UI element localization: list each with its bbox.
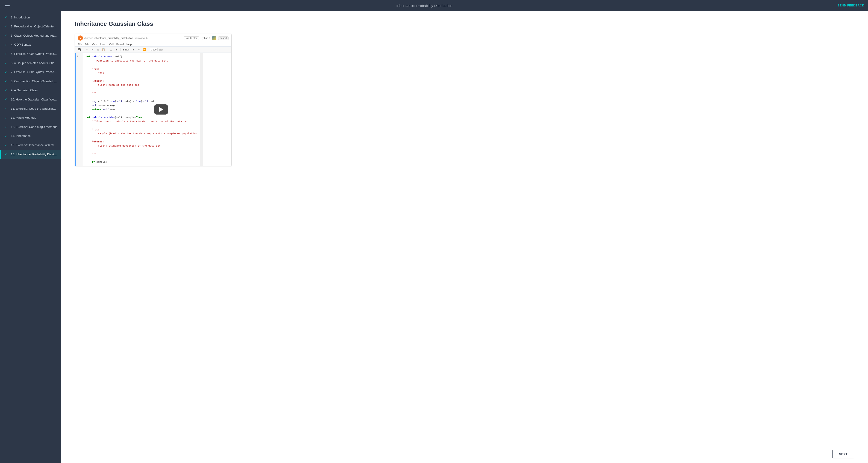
cell-type-dropdown[interactable]: Code	[150, 48, 158, 52]
toolbar-copy-icon[interactable]: ⧉	[96, 47, 100, 52]
jupyter-scrollbar[interactable]	[200, 53, 203, 166]
content-area: Inheritance Gaussian Class ● Jupyter inh…	[61, 11, 868, 445]
sidebar-item-label-15: 15. Exercise: Inheritance with Clothi...	[11, 143, 57, 147]
not-trusted-badge: Not Trusted	[184, 36, 199, 40]
sidebar-item-9[interactable]: ✓9. A Gaussian Class	[0, 86, 61, 95]
sidebar-item-13[interactable]: ✓13. Exercise: Code Magic Methods	[0, 122, 61, 132]
next-btn-container: NEXT	[61, 445, 868, 463]
jupyter-logout-button[interactable]: Logout	[218, 36, 228, 40]
python-logo-icon	[212, 36, 216, 40]
jupyter-topbar: ● Jupyter inheritance_probability_distri…	[75, 34, 231, 42]
check-icon-4: ✓	[4, 43, 8, 47]
toolbar-save-icon[interactable]: 💾	[77, 47, 82, 52]
menu-view[interactable]: View	[92, 43, 97, 45]
jupyter-label: Jupyter	[84, 37, 93, 39]
jupyter-logo-icon: ●	[78, 35, 83, 40]
sidebar-item-label-8: 8. Commenting Object-Oriented Co...	[11, 79, 57, 84]
sidebar-item-8[interactable]: ✓8. Commenting Object-Oriented Co...	[0, 77, 61, 86]
jupyter-notebook: ● Jupyter inheritance_probability_distri…	[75, 34, 231, 166]
python-version: Python 3	[201, 37, 210, 39]
sidebar-item-label-12: 12. Magic Methods	[11, 116, 57, 120]
jupyter-autosaved: (autosaved)	[135, 37, 148, 39]
check-icon-15: ✓	[4, 143, 8, 148]
toolbar-sep-2	[107, 48, 107, 52]
run-label: Run	[125, 49, 129, 51]
sidebar-item-4[interactable]: ✓4. OOP Syntax	[0, 40, 61, 50]
header-title: Inheritance: Probability Distribution	[396, 4, 452, 8]
cursor-indicator: ▶	[77, 55, 79, 57]
toolbar-restart-icon[interactable]: ↺	[137, 47, 141, 52]
page-title: Inheritance Gaussian Class	[75, 20, 854, 27]
check-icon-1: ✓	[4, 15, 8, 20]
check-icon-7: ✓	[4, 70, 8, 75]
sidebar: ✓1. Introduction✓2. Procedural vs. Objec…	[0, 11, 61, 463]
jupyter-brand: ● Jupyter inheritance_probability_distri…	[78, 35, 148, 40]
check-icon-5: ✓	[4, 52, 8, 56]
check-icon-9: ✓	[4, 88, 8, 93]
sidebar-item-label-2: 2. Procedural vs. Object-Oriented P...	[11, 24, 57, 29]
sidebar-item-11[interactable]: ✓11. Exercise: Code the Gaussian Cla...	[0, 104, 61, 113]
menu-cell[interactable]: Cell	[109, 43, 114, 45]
jupyter-cell: ▶ def calculate_mean(self): """Function …	[75, 53, 200, 166]
sidebar-item-15[interactable]: ✓15. Exercise: Inheritance with Clothi..…	[0, 141, 61, 150]
toolbar-down-icon[interactable]: ▼	[114, 47, 119, 52]
menu-insert[interactable]: Insert	[100, 43, 106, 45]
jupyter-toolbar: 💾 + ✂ ⧉ 📋 ▲ ▼ ▶ Run ■ ↺ ⏩	[75, 47, 231, 53]
sidebar-item-10[interactable]: ✓10. How the Gaussian Class Works	[0, 95, 61, 104]
menu-file[interactable]: File	[78, 43, 82, 45]
sidebar-item-3[interactable]: ✓3. Class, Object, Method and Attrib...	[0, 31, 61, 40]
toolbar-run-button[interactable]: ▶ Run	[122, 48, 130, 52]
sidebar-item-12[interactable]: ✓12. Magic Methods	[0, 113, 61, 123]
jupyter-menubar: File Edit View Insert Cell Kernel Help	[75, 42, 231, 47]
cell-content[interactable]: def calculate_mean(self): """Function to…	[83, 53, 200, 166]
sidebar-item-label-9: 9. A Gaussian Class	[11, 88, 57, 92]
toolbar-interrupt-icon[interactable]: ■	[131, 47, 136, 52]
sidebar-item-label-13: 13. Exercise: Code Magic Methods	[11, 125, 57, 129]
run-icon: ▶	[123, 49, 125, 51]
sidebar-item-14[interactable]: ✓14. Inheritance	[0, 132, 61, 141]
toolbar-add-icon[interactable]: +	[85, 47, 89, 52]
sidebar-item-5[interactable]: ✓5. Exercise: OOP Syntax Practice - P...	[0, 49, 61, 59]
check-icon-11: ✓	[4, 106, 8, 111]
menu-help[interactable]: Help	[126, 43, 132, 45]
sidebar-item-16[interactable]: ✓16. Inheritance: Probability Distrib...	[0, 150, 61, 159]
hamburger-button[interactable]	[4, 3, 11, 8]
sidebar-item-label-10: 10. How the Gaussian Class Works	[11, 97, 57, 102]
send-feedback-button[interactable]: SEND FEEDBACK	[838, 4, 864, 7]
sidebar-item-6[interactable]: ✓6. A Couple of Notes about OOP	[0, 59, 61, 68]
sidebar-item-label-7: 7. Exercise: OOP Syntax Practice - P...	[11, 70, 57, 74]
check-icon-14: ✓	[4, 134, 8, 138]
menu-kernel[interactable]: Kernel	[116, 43, 124, 45]
toolbar-cut-icon[interactable]: ✂	[90, 47, 95, 52]
menu-edit[interactable]: Edit	[85, 43, 89, 45]
sidebar-item-label-14: 14. Inheritance	[11, 134, 57, 138]
sidebar-item-label-3: 3. Class, Object, Method and Attrib...	[11, 34, 57, 38]
toolbar-sep-3	[120, 48, 121, 52]
cell-gutter: ▶	[76, 53, 83, 166]
header: Inheritance: Probability Distribution SE…	[0, 0, 868, 11]
sidebar-item-7[interactable]: ✓7. Exercise: OOP Syntax Practice - P...	[0, 68, 61, 77]
jupyter-right: Not Trusted Python 3 Logout	[184, 36, 228, 40]
next-button[interactable]: NEXT	[832, 450, 854, 458]
check-icon-12: ✓	[4, 116, 8, 120]
sidebar-item-label-5: 5. Exercise: OOP Syntax Practice - P...	[11, 52, 57, 56]
check-icon-3: ✓	[4, 33, 8, 38]
toolbar-keyboard-icon[interactable]: ⌨	[158, 47, 163, 52]
check-icon-10: ✓	[4, 97, 8, 102]
toolbar-up-icon[interactable]: ▲	[109, 47, 113, 52]
check-icon-16: ✓	[4, 152, 8, 157]
toolbar-sep-1	[83, 48, 83, 52]
sidebar-item-1[interactable]: ✓1. Introduction	[0, 13, 61, 22]
sidebar-item-label-16: 16. Inheritance: Probability Distrib...	[11, 152, 57, 156]
sidebar-item-2[interactable]: ✓2. Procedural vs. Object-Oriented P...	[0, 22, 61, 31]
sidebar-item-label-6: 6. A Couple of Notes about OOP	[11, 61, 57, 65]
toolbar-restart-run-icon[interactable]: ⏩	[142, 47, 147, 52]
check-icon-2: ✓	[4, 24, 8, 29]
sidebar-item-label-1: 1. Introduction	[11, 16, 57, 20]
jupyter-filename: inheritance_probability_distribution	[94, 37, 133, 39]
toolbar-paste-icon[interactable]: 📋	[101, 47, 106, 52]
check-icon-13: ✓	[4, 125, 8, 129]
sidebar-item-label-11: 11. Exercise: Code the Gaussian Cla...	[11, 107, 57, 111]
check-icon-8: ✓	[4, 79, 8, 84]
play-button[interactable]	[154, 104, 168, 115]
